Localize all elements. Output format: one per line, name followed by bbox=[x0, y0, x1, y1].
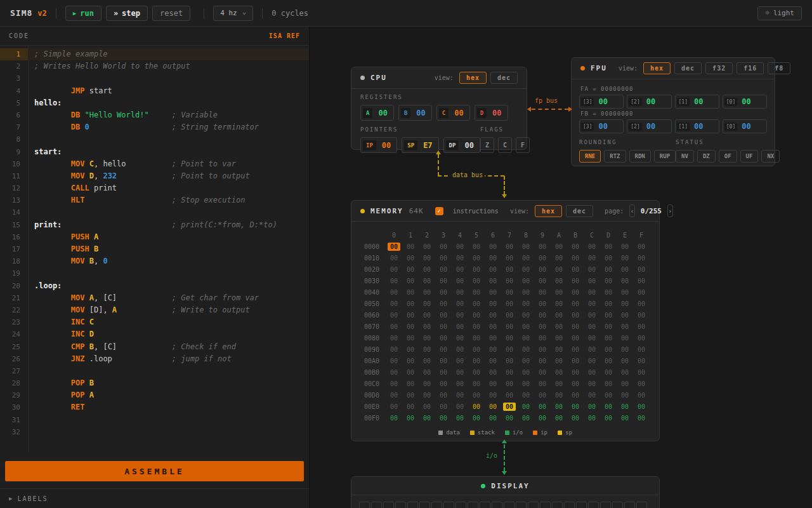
mem-cell[interactable]: 00 bbox=[534, 378, 551, 389]
mem-cell[interactable]: 00 bbox=[468, 401, 485, 412]
mem-cell[interactable]: 00 bbox=[600, 366, 617, 378]
flag-f[interactable]: F bbox=[516, 137, 530, 153]
mem-cell[interactable]: 00 bbox=[600, 412, 617, 424]
mem-cell[interactable]: 00 bbox=[551, 298, 567, 309]
code-line[interactable]: 32 bbox=[0, 426, 309, 438]
mem-cell[interactable]: 00 bbox=[468, 309, 485, 321]
mem-cell[interactable]: 00 bbox=[501, 344, 518, 355]
mem-cell[interactable]: 00 bbox=[534, 241, 551, 252]
mem-cell[interactable]: 00 bbox=[386, 389, 402, 401]
view-option-dec[interactable]: dec bbox=[674, 62, 702, 74]
mem-cell[interactable]: 00 bbox=[386, 355, 402, 366]
mem-cell[interactable]: 00 bbox=[551, 275, 567, 286]
mem-cell[interactable]: 00 bbox=[402, 366, 419, 378]
mem-cell[interactable]: 00 bbox=[435, 321, 452, 332]
mem-cell[interactable]: 00 bbox=[534, 298, 551, 309]
status-flag-dz[interactable]: DZ bbox=[697, 150, 716, 163]
mem-cell[interactable]: 00 bbox=[534, 412, 551, 424]
mem-cell[interactable]: 00 bbox=[402, 401, 419, 412]
mem-cell[interactable]: 00 bbox=[617, 378, 633, 389]
mem-cell[interactable]: 00 bbox=[567, 332, 584, 344]
mem-cell[interactable]: 00 bbox=[402, 241, 419, 252]
mem-cell[interactable]: 00 bbox=[600, 264, 617, 275]
register-d[interactable]: D00 bbox=[475, 105, 508, 121]
mem-cell[interactable]: 00 bbox=[534, 321, 551, 332]
code-line[interactable]: 12 CALL print bbox=[0, 182, 309, 194]
mem-cell[interactable]: 00 bbox=[386, 344, 402, 355]
mem-cell[interactable]: 00 bbox=[419, 378, 435, 389]
mem-cell[interactable]: 00 bbox=[551, 389, 567, 401]
mem-cell[interactable]: 00 bbox=[518, 355, 534, 366]
mem-cell[interactable]: 00 bbox=[419, 309, 435, 321]
mem-cell[interactable]: 00 bbox=[617, 332, 633, 344]
mem-cell[interactable]: 00 bbox=[386, 298, 402, 309]
mem-cell[interactable]: 00 bbox=[468, 264, 485, 275]
mem-cell[interactable]: 00 bbox=[386, 332, 402, 344]
mem-cell[interactable]: 00 bbox=[518, 401, 534, 412]
mem-cell[interactable]: 00 bbox=[386, 264, 402, 275]
mem-cell[interactable]: 00 bbox=[633, 241, 650, 252]
mem-cell[interactable]: 00 bbox=[452, 321, 468, 332]
mem-cell[interactable]: 00 bbox=[386, 275, 402, 286]
mem-cell[interactable]: 00 bbox=[633, 389, 650, 401]
code-line[interactable]: 7 DB 0 ; String terminator bbox=[0, 121, 309, 133]
mem-cell[interactable]: 00 bbox=[633, 401, 650, 412]
mem-cell[interactable]: 00 bbox=[551, 252, 567, 264]
mem-cell[interactable]: 00 bbox=[452, 378, 468, 389]
mem-cell[interactable]: 00 bbox=[518, 252, 534, 264]
mem-cell[interactable]: 00 bbox=[402, 252, 419, 264]
mem-cell[interactable]: 00 bbox=[452, 298, 468, 309]
mem-cell[interactable]: 00 bbox=[435, 355, 452, 366]
mem-cell[interactable]: 00 bbox=[584, 378, 600, 389]
mem-cell[interactable]: 00 bbox=[567, 241, 584, 252]
mem-cell[interactable]: 00 bbox=[402, 286, 419, 298]
mem-cell[interactable]: 00 bbox=[452, 286, 468, 298]
mem-cell[interactable]: 00 bbox=[617, 401, 633, 412]
mem-cell[interactable]: 00 bbox=[633, 378, 650, 389]
pointer-dp[interactable]: DP00 bbox=[443, 137, 480, 153]
code-line[interactable]: 30 RET bbox=[0, 401, 309, 413]
mem-cell[interactable]: 00 bbox=[402, 321, 419, 332]
code-line[interactable]: 5hello: bbox=[0, 97, 309, 109]
mem-cell[interactable]: 00 bbox=[633, 286, 650, 298]
mem-cell[interactable]: 00 bbox=[584, 412, 600, 424]
page-next-button[interactable]: › bbox=[667, 204, 673, 217]
mem-cell[interactable]: 00 bbox=[600, 355, 617, 366]
code-line[interactable]: 25 CMP B, [C] ; Check if end bbox=[0, 341, 309, 353]
mem-cell[interactable]: 00 bbox=[386, 378, 402, 389]
mem-cell[interactable]: 00 bbox=[600, 344, 617, 355]
mem-cell[interactable]: 00 bbox=[518, 241, 534, 252]
code-line[interactable]: 27 bbox=[0, 365, 309, 377]
mem-cell[interactable]: 00 bbox=[551, 332, 567, 344]
mem-cell[interactable]: 00 bbox=[567, 264, 584, 275]
mem-cell[interactable]: 00 bbox=[567, 309, 584, 321]
mem-cell[interactable]: 00 bbox=[386, 241, 402, 252]
mem-cell[interactable]: 00 bbox=[452, 366, 468, 378]
mem-cell[interactable]: 00 bbox=[452, 355, 468, 366]
mem-cell[interactable]: 00 bbox=[485, 298, 501, 309]
mem-cell[interactable]: 00 bbox=[600, 275, 617, 286]
mem-cell[interactable]: 00 bbox=[386, 321, 402, 332]
view-option-f32[interactable]: f32 bbox=[705, 62, 733, 74]
mem-cell[interactable]: 00 bbox=[551, 378, 567, 389]
mem-cell[interactable]: 00 bbox=[633, 275, 650, 286]
fpu-byte-cell[interactable]: [0]00 bbox=[723, 95, 767, 109]
mem-cell[interactable]: 00 bbox=[468, 275, 485, 286]
mem-cell[interactable]: 00 bbox=[435, 298, 452, 309]
mem-cell[interactable]: 00 bbox=[501, 332, 518, 344]
mem-cell[interactable]: 00 bbox=[468, 321, 485, 332]
mem-cell[interactable]: 00 bbox=[551, 241, 567, 252]
mem-cell[interactable]: 00 bbox=[501, 241, 518, 252]
fpu-byte-cell[interactable]: [1]00 bbox=[675, 119, 719, 133]
mem-cell[interactable]: 00 bbox=[452, 389, 468, 401]
mem-cell[interactable]: 00 bbox=[584, 332, 600, 344]
code-line[interactable]: 2; Writes Hello World to the output bbox=[0, 60, 309, 72]
mem-cell[interactable]: 00 bbox=[419, 344, 435, 355]
mem-cell[interactable]: 00 bbox=[584, 241, 600, 252]
mem-cell[interactable]: 00 bbox=[468, 252, 485, 264]
mem-cell[interactable]: 00 bbox=[617, 241, 633, 252]
mem-cell[interactable]: 00 bbox=[468, 355, 485, 366]
rounding-rne[interactable]: RNE bbox=[579, 150, 601, 163]
page-prev-button[interactable]: ‹ bbox=[629, 204, 635, 217]
mem-cell[interactable]: 00 bbox=[501, 286, 518, 298]
